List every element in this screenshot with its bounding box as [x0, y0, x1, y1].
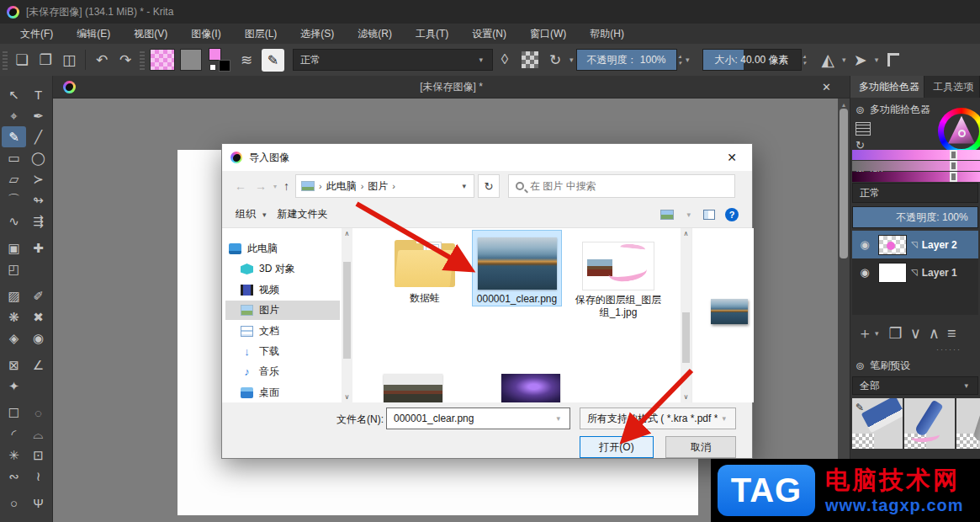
filename-combobox[interactable]: 000001_clear.png ▾ [386, 407, 570, 429]
tool-freehand-path[interactable]: ↬ [26, 189, 50, 210]
file-thumbnail-partial[interactable] [501, 374, 560, 402]
tool-bezier-select[interactable]: ≀ [26, 466, 50, 487]
sidebar-item-computer[interactable]: 此电脑 [225, 239, 340, 258]
lock-icon[interactable]: ⊚ [856, 360, 865, 372]
tool-crop[interactable]: ◰ [2, 258, 26, 280]
layer-thumbnail[interactable] [878, 235, 907, 255]
tool-calligraphy[interactable]: ✒ [26, 105, 50, 126]
menu-item[interactable]: 选择(S) [289, 24, 346, 44]
tool-bezier-curve[interactable]: ⌒ [2, 189, 26, 210]
pattern-swatch[interactable] [180, 49, 202, 71]
docker-resize-handle[interactable]: ······ [850, 345, 980, 354]
tool-freehand-brush[interactable]: ✎ [2, 126, 26, 147]
tool-edit-shapes[interactable]: ⌖ [2, 105, 26, 126]
sidebar-scrollbar[interactable]: ∧ ∨ [342, 228, 352, 402]
slider-knob[interactable] [950, 150, 957, 160]
toolbar-grip[interactable] [3, 50, 8, 70]
mirror-icon[interactable]: ◭ [816, 48, 840, 72]
chevron-down-icon[interactable]: ▾ [842, 56, 846, 64]
new-folder-button[interactable]: 新建文件夹 [278, 207, 328, 221]
move-layer-down-button[interactable]: ∨ [910, 324, 921, 343]
blending-mode-dropdown[interactable]: 正常 ▾ [293, 49, 493, 71]
sidebar-item-video[interactable]: 视频 [225, 280, 340, 300]
tool-magnetic-select[interactable]: ∾ [2, 466, 26, 487]
gradient-swatch[interactable] [150, 49, 175, 71]
layer-thumbnail[interactable] [878, 263, 907, 283]
tab-advanced-color-selector[interactable]: 多功能拾色器 [850, 76, 924, 98]
move-layer-up-button[interactable]: ∧ [929, 324, 940, 343]
tool-transform[interactable]: ▣ [2, 237, 26, 258]
layer-visibility-eye-icon[interactable]: ◉ [856, 266, 874, 279]
sidebar-item-pictures[interactable]: 图片 [225, 301, 340, 320]
dialog-titlebar[interactable]: 导入图像 ✕ [222, 144, 752, 171]
alpha-inherit-icon[interactable]: ◹ [911, 240, 918, 249]
menu-item[interactable]: 编辑(E) [65, 24, 122, 44]
tool-polygon[interactable]: ▱ [2, 168, 26, 189]
tool-similar-select[interactable]: ⊡ [26, 445, 50, 466]
lock-icon[interactable]: ⊚ [856, 104, 865, 116]
layer-row[interactable]: ◉◹Layer 1 [852, 258, 978, 286]
sidebar-item-desktop[interactable]: 桌面 [225, 383, 340, 402]
preview-pane-icon[interactable] [703, 210, 715, 220]
tool-smart-patch[interactable]: ✖ [26, 306, 50, 328]
forward-icon[interactable]: → [255, 179, 267, 193]
scrollbar-thumb[interactable] [682, 312, 690, 363]
open-image-icon[interactable]: ❐ [34, 48, 57, 72]
menu-item[interactable]: 设置(N) [460, 24, 518, 44]
menu-item[interactable]: 窗口(W) [518, 24, 578, 44]
tool-move[interactable]: ✚ [26, 237, 50, 258]
undo-icon[interactable]: ↶ [90, 48, 114, 72]
file-thumbnail-partial[interactable] [384, 374, 442, 402]
tool-polyline[interactable]: ≻ [26, 168, 50, 189]
organize-menu[interactable]: 组织 ▾ [236, 207, 269, 221]
toolbar-grip[interactable] [140, 50, 145, 70]
sidebar-item-docs[interactable]: 文档 [225, 322, 340, 341]
chevron-down-icon[interactable]: ▾ [686, 56, 690, 64]
hue-slider[interactable] [852, 150, 980, 160]
menu-item[interactable]: 帮助(H) [578, 24, 636, 44]
preserve-alpha-icon[interactable] [522, 51, 538, 68]
breadcrumb[interactable]: › 此电脑 › 图片 › ▾ [295, 174, 474, 198]
scroll-up-icon[interactable]: ∧ [681, 230, 691, 237]
layer-name[interactable]: Layer 1 [922, 267, 957, 279]
tool-select-shapes[interactable]: ↖ [2, 84, 26, 105]
new-document-icon[interactable]: ❏ [10, 48, 34, 72]
layer-opacity-slider[interactable]: 不透明度: 100% [852, 206, 978, 228]
tool-colorize-mask[interactable]: ❋ [2, 306, 26, 328]
slider-knob[interactable] [950, 161, 957, 171]
filelist-scrollbar[interactable]: ∧ ∨ [681, 228, 691, 402]
tool-reference-images[interactable]: ✦ [2, 376, 26, 397]
save-icon[interactable]: ◫ [57, 48, 81, 72]
layer-visibility-eye-icon[interactable]: ◉ [856, 238, 874, 251]
menu-item[interactable]: 图层(L) [233, 24, 289, 44]
background-color[interactable] [219, 60, 230, 72]
refresh-button[interactable]: ↻ [478, 174, 500, 198]
open-button[interactable]: 打开(O) [580, 436, 654, 458]
tool-freehand-select[interactable]: ◜ [2, 423, 26, 445]
foreground-background-colors[interactable] [208, 48, 231, 72]
tool-polygonal-select[interactable]: ⌓ [26, 423, 50, 445]
color-knob[interactable] [958, 130, 966, 137]
chevron-down-icon[interactable]: ▾ [569, 56, 574, 64]
saturation-slider[interactable] [852, 161, 980, 171]
tool-multibrush[interactable]: ⇶ [26, 210, 50, 232]
size-spinner[interactable]: ▴▾ [803, 49, 807, 71]
change-view-icon[interactable] [660, 210, 674, 220]
close-icon[interactable]: ✕ [822, 81, 831, 93]
tool-assistants[interactable]: ⊠ [2, 354, 26, 376]
close-icon[interactable]: ✕ [727, 151, 744, 164]
up-folder-icon[interactable]: ↑ [283, 179, 289, 193]
tool-rectangle[interactable]: ▭ [2, 147, 26, 168]
choose-brush-preset-icon[interactable]: ≋ [235, 48, 258, 72]
sidebar-item-music[interactable]: ♪音乐 [225, 362, 340, 381]
scroll-up-icon[interactable]: ▴ [838, 99, 850, 109]
tool-measure[interactable]: ∠ [26, 354, 50, 376]
tool-zoom[interactable]: ○ [2, 493, 26, 514]
layer-row[interactable]: ◉◹Layer 2 [852, 231, 978, 258]
menu-item[interactable]: 工具(T) [404, 24, 460, 44]
brush-size-slider[interactable]: 大小: 40.00 像素 [702, 49, 802, 71]
tool-color-sampler[interactable]: ✐ [26, 285, 50, 306]
history-chevron-icon[interactable]: ▾ [273, 183, 277, 190]
brush-preset-marker[interactable] [956, 398, 980, 449]
tool-magic-wand-select[interactable]: ✳ [2, 445, 26, 466]
